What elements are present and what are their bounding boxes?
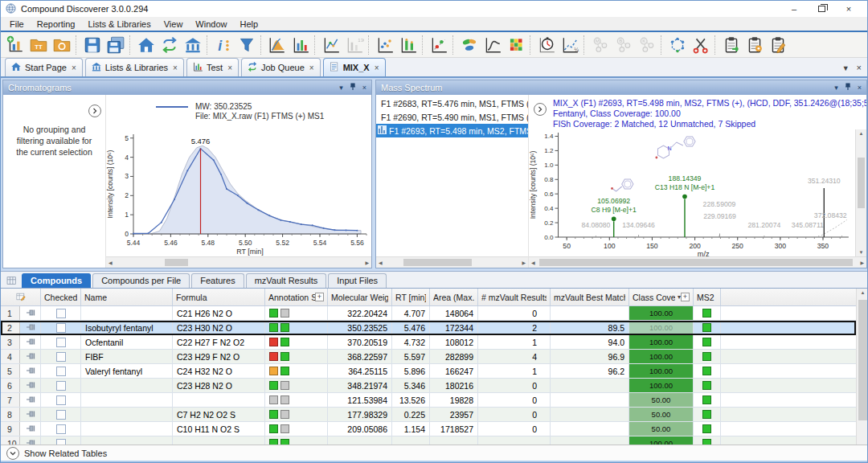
edit-report-icon[interactable] [766,34,789,56]
panel-close-icon[interactable]: × [362,84,366,92]
menu-help[interactable]: Help [233,18,264,30]
fish-scoring-icon[interactable] [689,34,712,56]
expand-panel-button[interactable] [534,103,547,116]
trend-chart-icon[interactable] [319,34,342,56]
expand-panel-button[interactable] [88,104,101,117]
tab-close-icon[interactable]: × [227,64,232,72]
scan-list-hscrollbar[interactable]: ◀ ▶ [376,256,528,268]
scroll-right-icon[interactable]: ▶ [365,260,369,265]
menu-window[interactable]: Window [189,18,233,30]
chromatogram-chart[interactable]: 0123455.445.465.485.505.525.545.56RT [mi… [106,125,371,256]
tab-close-icon[interactable]: × [375,64,379,72]
heatmap-icon[interactable] [504,34,527,56]
scroll-right-icon[interactable]: ▶ [860,260,864,265]
tables-icon[interactable] [2,273,20,288]
cell-pin[interactable] [20,379,41,392]
table-row[interactable]: 6C23 H28 N2 O348.219745.3461802160100.00 [1,379,856,393]
row-checkbox[interactable] [56,367,66,376]
scroll-right-icon[interactable]: ▶ [522,260,526,265]
maximize-button[interactable] [808,2,835,16]
pin-icon[interactable] [26,410,35,420]
cell-pin[interactable] [20,408,41,421]
table-row[interactable]: 9C10 H11 N O2 S209.050861.1541718527050.… [1,422,856,436]
scrollbar-thumb[interactable] [858,158,865,208]
tab-lists-libraries[interactable]: Lists & Libraries× [85,58,184,76]
table-tab-input-files[interactable]: Input Files [328,273,387,288]
report-designer-icon[interactable] [743,34,766,56]
tab-list-icon[interactable]: ▼ [842,64,850,72]
cell-pin[interactable] [20,350,41,363]
pin-icon[interactable] [26,352,35,362]
pin-icon[interactable] [26,395,35,405]
row-checkbox[interactable] [56,352,66,362]
panel-close-icon[interactable]: × [858,84,862,92]
column-header-mw[interactable]: Molecular Weight [328,289,392,305]
tabstrip-close-icon[interactable]: × [857,64,862,72]
pin-icon[interactable] [845,83,851,92]
column-header-rowhead[interactable] [1,289,41,305]
close-button[interactable]: × [835,2,862,16]
row-checkbox[interactable] [56,381,66,391]
cell-pin[interactable] [20,436,41,445]
pls-chart-icon[interactable] [481,34,504,56]
row-checkbox[interactable] [56,424,66,434]
tab-test[interactable]: Test× [186,58,239,76]
column-header-checked[interactable]: Checked [41,289,81,305]
retention-time-chart-icon[interactable] [534,34,558,56]
cell-pin[interactable] [20,364,41,378]
create-report-icon[interactable] [719,34,743,56]
column-header-n_mzvault[interactable]: # mzVault Results [478,289,551,305]
table-row[interactable]: 3OcfentanilC22 H27 F N2 O2370.205194.732… [1,335,856,350]
tab-close-icon[interactable]: × [309,64,314,72]
open-recent-study-icon[interactable] [50,34,73,56]
row-checkbox[interactable] [56,395,66,405]
scan-list-item[interactable]: F1 #2683, RT=5.476 min, MS1, FTMS (+) [376,96,528,110]
column-header-annotation[interactable]: Annotation Sc+ [265,289,328,305]
column-header-name[interactable]: Name [81,289,173,305]
cell-pin[interactable] [20,335,41,349]
cell-pin[interactable] [20,393,41,407]
tab-mix-x[interactable]: MIX_X× [323,58,386,76]
fragment-ion-search-icon[interactable] [665,34,689,56]
calibration-chart-icon[interactable]: ¼ [558,34,581,56]
column-header-rt[interactable]: RT [min] [392,289,430,305]
scroll-left-icon[interactable]: ◀ [108,260,113,265]
descriptive-statistics-icon[interactable] [396,34,420,56]
pca-chart-icon[interactable] [457,34,481,56]
open-study-icon[interactable]: TT [27,34,50,56]
tab-job-queue[interactable]: Job Queue× [241,58,321,76]
show-related-tables-icon[interactable] [6,447,19,460]
differential-analysis-icon[interactable] [427,34,450,56]
scroll-up-icon[interactable]: ▲ [859,131,864,136]
menu-file[interactable]: File [3,18,31,30]
save-all-icon[interactable] [104,34,127,56]
row-checkbox[interactable] [56,338,66,347]
pin-icon[interactable] [26,439,35,445]
row-checkbox[interactable] [56,410,66,420]
tab-close-icon[interactable]: × [72,64,76,72]
menu-reporting[interactable]: Reporting [31,18,82,30]
start-page-icon[interactable] [134,34,158,56]
column-header-coverage[interactable]: Class Covera▾+ [629,289,694,305]
pin-icon[interactable] [26,381,35,391]
scan-list-item[interactable]: F1 #2693, RT=5.498 min, MS2, FTMS (+) [376,124,528,137]
save-icon[interactable] [80,34,104,56]
table-tab-features[interactable]: Features [191,273,244,288]
pin-icon[interactable] [26,323,35,333]
row-checkbox[interactable] [56,323,66,333]
spectrum-hscrollbar[interactable]: ◀ ▶ [529,256,866,268]
pin-icon[interactable] [26,424,35,434]
row-checkbox[interactable] [56,309,66,318]
new-analysis-icon[interactable] [3,34,27,56]
minimize-button[interactable]: – [780,2,808,16]
mass-spectrum-chart[interactable]: 0.00.20.40.60.81.01.21.45010015020025030… [529,129,855,258]
scrollbar-thumb[interactable] [403,259,472,266]
table-row[interactable]: 2Isobutyryl fentanylC23 H30 N2 O350.2352… [1,321,856,335]
scroll-left-icon[interactable]: ◀ [379,260,383,265]
cell-pin[interactable] [20,422,41,436]
lists-libraries-icon[interactable] [181,34,204,56]
expand-column-icon[interactable]: + [315,293,324,301]
table-tab-compounds-per-file[interactable]: Compounds per File [92,273,190,288]
scroll-up-icon[interactable]: ▲ [861,290,866,295]
menu-lists-libraries[interactable]: Lists & Libraries [81,18,157,30]
